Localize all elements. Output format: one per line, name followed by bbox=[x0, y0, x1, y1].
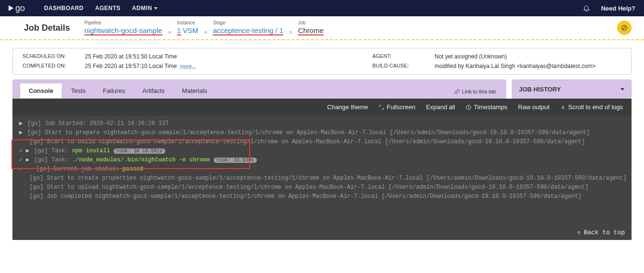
crumb-label: Pipeline bbox=[84, 20, 162, 25]
console-wrap: Change theme Fullscreen Expand all Times… bbox=[12, 99, 632, 240]
raw-output-button[interactable]: Raw output bbox=[518, 103, 550, 111]
meta-label: COMPLETED ON: bbox=[23, 63, 70, 69]
job-meta: SCHEDULED ON:25 Feb 2020 at 19:51:50 Loc… bbox=[12, 48, 632, 75]
log-line: ✔▶ [go] Task: ./node_modules/.bin/nightw… bbox=[19, 156, 625, 165]
chevron-down-icon bbox=[154, 7, 158, 10]
job-history-title: JOB HISTORY bbox=[519, 86, 561, 93]
tab-console[interactable]: Console bbox=[20, 83, 62, 98]
console-output[interactable]: ▶ [go] Job Started: 2020-02-21 16:26:26 … bbox=[12, 115, 632, 240]
task-command: ./node_modules/.bin/nightwatch -e chrome bbox=[72, 157, 210, 163]
crumb-instance[interactable]: 1 bbox=[177, 26, 181, 34]
task-command: npm install bbox=[72, 148, 110, 154]
meta-value: 25 Feb 2020 at 19:51:50 Local Time bbox=[85, 53, 177, 60]
nav-dashboard[interactable]: DASHBOARD bbox=[44, 5, 84, 11]
expand-toggle[interactable]: ▶ bbox=[19, 128, 24, 137]
check-icon: ✔ bbox=[19, 156, 26, 165]
nav-agents[interactable]: AGENTS bbox=[95, 5, 121, 11]
check-icon: ✔ bbox=[19, 165, 26, 174]
log-line: [go] Start to upload nightwatch-gocd-sam… bbox=[19, 183, 625, 192]
crumb-vsm[interactable]: VSM bbox=[183, 26, 198, 34]
log-line: [go] Start to build nightwatch-gocd-samp… bbox=[19, 137, 625, 147]
logo[interactable]: go bbox=[9, 3, 25, 13]
meta-value: Not yet assigned (Unknown) bbox=[435, 53, 507, 60]
tab-failures[interactable]: Failures bbox=[94, 83, 134, 98]
fullscreen-button[interactable]: Fullscreen bbox=[379, 103, 415, 111]
crumb-job: Chrome bbox=[298, 26, 323, 34]
meta-label: AGENT: bbox=[372, 53, 420, 60]
expand-toggle[interactable]: ▶ bbox=[26, 147, 31, 156]
link-icon bbox=[454, 89, 460, 94]
cancel-icon bbox=[621, 24, 628, 31]
change-theme-button[interactable]: Change theme bbox=[327, 103, 368, 111]
tab-artifacts[interactable]: Artifacts bbox=[134, 83, 173, 98]
chevron-right-icon: » bbox=[289, 29, 292, 35]
logo-icon bbox=[9, 5, 13, 11]
log-line: [go] Job completed nightwatch-gocd-sampl… bbox=[19, 192, 625, 201]
log-line: [go] Start to create properties nightwat… bbox=[19, 174, 625, 183]
crumb-label: Instance bbox=[177, 20, 198, 25]
console-toolbar: Change theme Fullscreen Expand all Times… bbox=[12, 99, 632, 115]
meta-value: 25 Feb 2020 at 19:57:10 Local Time bbox=[85, 63, 177, 69]
status-badge[interactable] bbox=[617, 21, 632, 35]
help-link[interactable]: Need Help? bbox=[601, 5, 635, 12]
tab-tests[interactable]: Tests bbox=[62, 83, 94, 98]
chevron-right-icon: » bbox=[204, 29, 207, 35]
top-nav: DASHBOARD AGENTS ADMIN bbox=[44, 5, 158, 11]
svg-line-1 bbox=[623, 26, 626, 30]
expand-all-button[interactable]: Expand all bbox=[426, 103, 455, 111]
crumb-label: Stage bbox=[213, 20, 283, 25]
page-title: Job Details bbox=[24, 23, 70, 33]
log-line: ▶ [go] Start to prepare nightwatch-gocd-… bbox=[19, 128, 625, 137]
topbar: go DASHBOARD AGENTS ADMIN Need Help? bbox=[0, 0, 644, 16]
more-link[interactable]: more... bbox=[180, 63, 196, 69]
job-history-panel[interactable]: JOB HISTORY bbox=[512, 80, 632, 99]
arrow-down-icon bbox=[560, 104, 566, 110]
arrow-up-icon bbox=[576, 230, 582, 236]
tabstrip: Console Tests Failures Artifacts Materia… bbox=[12, 80, 506, 99]
crumb-pipeline[interactable]: nightwatch-gocd-sample bbox=[84, 26, 162, 34]
tabs-row: Console Tests Failures Artifacts Materia… bbox=[0, 80, 644, 99]
logo-text: go bbox=[15, 3, 25, 13]
log-line: ▶ [go] Job Started: 2020-02-21 16:26:26 … bbox=[19, 119, 625, 128]
link-to-tab[interactable]: Link to this tab bbox=[449, 85, 501, 98]
expand-toggle[interactable]: ▶ bbox=[26, 156, 31, 165]
scroll-end-button[interactable]: Scroll to end of logs bbox=[560, 103, 623, 111]
nav-admin[interactable]: ADMIN bbox=[132, 5, 158, 11]
breadcrumb: Pipelinenightwatch-gocd-sample » Instanc… bbox=[84, 20, 323, 35]
timestamps-button[interactable]: Timestamps bbox=[466, 103, 507, 111]
topbar-right: Need Help? bbox=[583, 4, 635, 12]
expand-toggle[interactable]: ▶ bbox=[19, 119, 24, 128]
check-icon: ✔ bbox=[19, 147, 26, 156]
crumb-label: Job bbox=[298, 20, 323, 25]
meta-value: modified by Kanhaiya Lal Singh <kanhaiya… bbox=[435, 63, 596, 69]
duration-pill: took: 33.930s bbox=[214, 158, 257, 163]
tab-materials[interactable]: Materials bbox=[173, 83, 216, 98]
meta-label: SCHEDULED ON: bbox=[23, 53, 70, 60]
log-line: ✔ [go] Current job status: passed bbox=[19, 165, 625, 174]
breadcrumb-bar: Job Details Pipelinenightwatch-gocd-samp… bbox=[0, 16, 644, 40]
crumb-stage[interactable]: acceptence-testing / 1 bbox=[213, 26, 283, 34]
log-line: ✔▶ [go] Task: npm install took: 1m 19.58… bbox=[19, 147, 625, 156]
bell-icon[interactable] bbox=[583, 4, 590, 12]
meta-label: BUILD CAUSE: bbox=[372, 63, 420, 69]
expand-icon bbox=[379, 104, 384, 110]
duration-pill: took: 1m 19.581s bbox=[114, 148, 165, 154]
job-status: passed bbox=[123, 166, 143, 172]
back-to-top-button[interactable]: Back to top bbox=[576, 228, 625, 237]
chevron-right-icon: » bbox=[168, 29, 172, 35]
chevron-down-icon bbox=[621, 88, 624, 91]
clock-icon bbox=[466, 104, 472, 110]
